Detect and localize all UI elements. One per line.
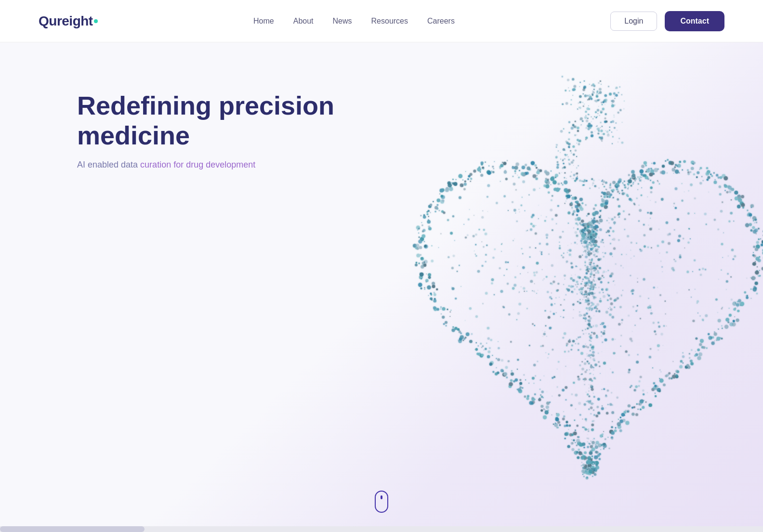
svg-point-246 — [755, 271, 759, 274]
svg-point-1637 — [557, 205, 559, 207]
svg-point-1419 — [583, 246, 586, 248]
scrollbar-thumb[interactable] — [0, 526, 145, 532]
svg-point-411 — [597, 454, 600, 457]
nav-item-news[interactable]: News — [333, 17, 352, 26]
svg-point-876 — [590, 225, 593, 229]
svg-point-654 — [426, 282, 427, 283]
nav-item-resources[interactable]: Resources — [371, 17, 408, 26]
svg-point-1857 — [586, 369, 587, 370]
svg-point-1255 — [687, 169, 689, 171]
svg-point-2083 — [601, 444, 603, 446]
svg-point-343 — [649, 403, 652, 407]
svg-point-2078 — [614, 216, 616, 218]
svg-point-1634 — [577, 294, 578, 295]
svg-point-2321 — [641, 179, 642, 181]
svg-point-322 — [676, 370, 679, 373]
svg-point-1462 — [507, 261, 509, 263]
svg-point-1866 — [588, 266, 589, 267]
svg-point-1387 — [566, 260, 568, 263]
svg-point-1804 — [635, 310, 637, 312]
svg-point-540 — [559, 424, 561, 426]
svg-point-975 — [586, 248, 589, 250]
svg-point-553 — [547, 410, 549, 411]
svg-point-2397 — [577, 167, 577, 168]
svg-point-1820 — [579, 291, 582, 294]
svg-point-1413 — [553, 313, 555, 315]
svg-point-971 — [475, 315, 478, 318]
svg-point-2424 — [555, 156, 557, 158]
svg-point-2432 — [566, 154, 567, 155]
svg-point-1850 — [610, 369, 611, 369]
logo[interactable]: Qureight — [39, 13, 98, 29]
nav-item-careers[interactable]: Careers — [427, 17, 455, 26]
nav-item-about[interactable]: About — [293, 17, 314, 26]
nav-link-about[interactable]: About — [293, 17, 314, 25]
svg-point-1456 — [592, 244, 594, 246]
svg-point-93 — [624, 186, 626, 188]
svg-point-1198 — [571, 345, 573, 347]
login-button[interactable]: Login — [610, 12, 657, 31]
nav-item-home[interactable]: Home — [253, 17, 274, 26]
svg-point-1994 — [634, 256, 635, 257]
bottom-scrollbar[interactable] — [0, 526, 763, 532]
svg-point-2330 — [631, 178, 632, 179]
svg-point-2098 — [538, 218, 539, 219]
svg-point-1688 — [584, 250, 587, 252]
svg-point-1773 — [688, 190, 689, 191]
svg-point-913 — [747, 278, 748, 279]
svg-point-270 — [736, 303, 739, 307]
svg-point-474 — [582, 464, 585, 467]
svg-point-2206 — [605, 130, 605, 131]
svg-point-394 — [592, 441, 594, 444]
svg-point-1155 — [513, 284, 516, 287]
svg-point-1991 — [557, 283, 559, 285]
svg-point-2196 — [599, 91, 602, 94]
svg-point-1925 — [460, 286, 461, 287]
svg-point-1036 — [575, 231, 578, 234]
nav-link-news[interactable]: News — [333, 17, 352, 25]
svg-point-368 — [618, 419, 619, 420]
svg-point-2237 — [605, 99, 607, 102]
svg-point-1979 — [594, 281, 595, 282]
svg-point-2101 — [563, 128, 565, 130]
svg-point-2450 — [578, 143, 580, 145]
svg-point-2119 — [571, 127, 574, 130]
svg-point-1200 — [517, 175, 518, 176]
svg-point-825 — [571, 195, 572, 196]
svg-point-2267 — [599, 88, 602, 91]
svg-point-2399 — [578, 165, 579, 167]
nav-link-home[interactable]: Home — [253, 17, 274, 25]
svg-point-2027 — [586, 379, 587, 380]
svg-point-1474 — [705, 314, 708, 317]
svg-point-22 — [595, 234, 597, 236]
svg-point-1801 — [563, 317, 564, 318]
svg-point-2012 — [529, 256, 531, 258]
svg-point-159 — [706, 172, 710, 176]
nav-link-careers[interactable]: Careers — [427, 17, 455, 25]
svg-point-1766 — [597, 398, 600, 401]
nav-link-resources[interactable]: Resources — [371, 17, 408, 25]
svg-point-1282 — [681, 183, 683, 184]
svg-point-2089 — [591, 366, 591, 366]
svg-point-2072 — [563, 415, 566, 418]
svg-point-385 — [600, 434, 603, 437]
svg-point-2319 — [641, 181, 642, 182]
svg-point-895 — [582, 238, 584, 240]
svg-point-1402 — [465, 236, 467, 238]
svg-point-1464 — [596, 308, 598, 310]
svg-point-576 — [506, 376, 508, 378]
svg-point-2349 — [610, 183, 611, 184]
svg-point-1508 — [590, 406, 593, 409]
svg-point-337 — [655, 395, 657, 397]
svg-point-2096 — [594, 293, 595, 294]
svg-point-2266 — [596, 117, 597, 118]
svg-point-2307 — [657, 180, 658, 181]
svg-point-545 — [543, 415, 547, 419]
svg-point-1768 — [673, 173, 674, 173]
contact-button[interactable]: Contact — [665, 11, 724, 31]
svg-point-308 — [694, 355, 696, 357]
svg-point-1654 — [587, 346, 589, 348]
svg-point-2212 — [579, 107, 581, 109]
svg-point-2124 — [568, 121, 570, 123]
svg-point-1359 — [572, 432, 573, 433]
